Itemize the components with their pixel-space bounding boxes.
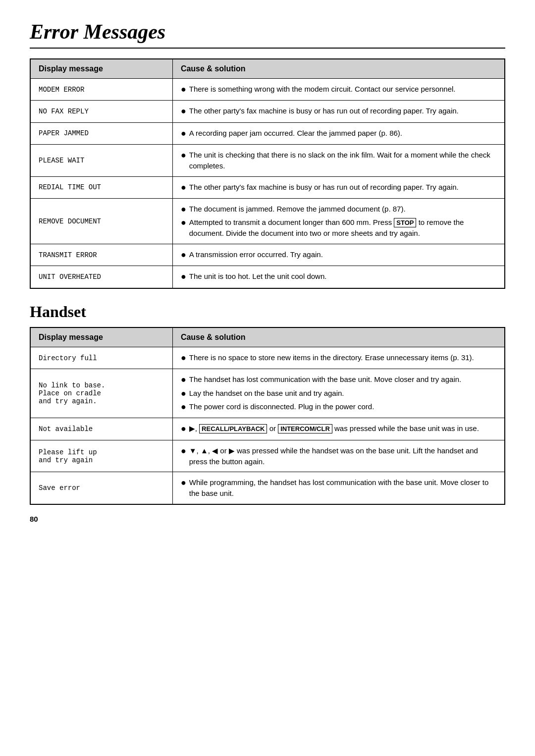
col-display-message: Display message [30,59,172,79]
bullet-text: A recording paper jam occurred. Clear th… [189,128,402,139]
cause-solution-cell: ●The document is jammed. Remove the jamm… [172,199,505,244]
bullet-item: ●The unit is checking that there is no s… [181,150,496,171]
bullet-dot: ● [181,84,186,95]
display-message-cell: REDIAL TIME OUT [30,176,172,198]
bullet-text: Lay the handset on the base unit and try… [189,388,344,399]
handset-col-display-message: Display message [30,327,172,347]
display-message-cell: Save error [30,472,172,504]
cause-solution-cell: ●The other party's fax machine is busy o… [172,101,505,122]
table-row: PAPER JAMMED●A recording paper jam occur… [30,122,505,144]
intercom-clr-key: INTERCOM/CLR [278,424,332,433]
cause-solution-cell: ●There is no space to store new items in… [172,347,505,369]
bullet-text: ▼, ▲, ◀ or ▶ was pressed while the hands… [189,445,496,467]
display-message-cell: Not available [30,418,172,440]
cause-solution-cell: ●The unit is checking that there is no s… [172,145,505,177]
bullet-item: ●A transmission error occurred. Try agai… [181,249,496,261]
bullet-dot: ● [181,106,186,117]
bullet-item: ●There is something wrong with the modem… [181,84,496,95]
cause-solution-cell: ●▶, RECALL/PLAYBACK or INTERCOM/CLR was … [172,418,505,440]
table-row: UNIT OVERHEATED●The unit is too hot. Let… [30,266,505,288]
bullet-text: ▶, RECALL/PLAYBACK or INTERCOM/CLR was p… [189,423,479,434]
bullet-text: The unit is too hot. Let the unit cool d… [189,271,327,282]
display-message-cell: Directory full [30,347,172,369]
recall-playback-key: RECALL/PLAYBACK [199,424,267,433]
col-cause-solution: Cause & solution [172,59,505,79]
bullet-item: ●The unit is too hot. Let the unit cool … [181,271,496,282]
table-row: MODEM ERROR●There is something wrong wit… [30,79,505,101]
bullet-dot: ● [181,477,186,488]
table-row: REMOVE DOCUMENT●The document is jammed. … [30,199,505,244]
bullet-dot: ● [181,374,186,385]
bullet-dot: ● [181,217,186,228]
bullet-dot: ● [181,401,186,413]
cause-solution-cell: ●The handset has lost communication with… [172,369,505,418]
bullet-dot: ● [181,388,186,399]
cause-solution-cell: ●A recording paper jam occurred. Clear t… [172,122,505,144]
title-divider [30,48,505,49]
display-message-cell: REMOVE DOCUMENT [30,199,172,244]
bullet-text: The other party's fax machine is busy or… [189,182,459,193]
table-row: REDIAL TIME OUT●The other party's fax ma… [30,176,505,198]
bullet-dot: ● [181,445,186,457]
bullet-text: The other party's fax machine is busy or… [189,106,459,116]
display-message-cell: NO FAX REPLY [30,101,172,122]
cause-solution-cell: ●The other party's fax machine is busy o… [172,176,505,198]
table-row: PLEASE WAIT●The unit is checking that th… [30,145,505,177]
handset-col-cause-solution: Cause & solution [172,327,505,347]
display-message-cell: PLEASE WAIT [30,145,172,177]
bullet-dot: ● [181,249,186,261]
display-message-cell: TRANSMIT ERROR [30,244,172,266]
display-message-cell: No link to base.Place on cradleand try a… [30,369,172,418]
display-message-cell: MODEM ERROR [30,79,172,101]
bullet-dot: ● [181,128,186,139]
bullet-text: A transmission error occurred. Try again… [189,249,323,260]
bullet-item: ●▶, RECALL/PLAYBACK or INTERCOM/CLR was … [181,423,496,434]
display-message-cell: Please lift upand try again [30,440,172,472]
page-number: 80 [30,515,505,523]
bullet-text: The unit is checking that there is no sl… [189,150,496,171]
table-row: NO FAX REPLY●The other party's fax machi… [30,101,505,122]
bullet-item: ●Lay the handset on the base unit and tr… [181,388,496,399]
bullet-dot: ● [181,271,186,282]
bullet-item: ●The handset has lost communication with… [181,374,496,385]
bullet-text: The document is jammed. Remove the jamme… [189,204,406,215]
bullet-dot: ● [181,150,186,161]
bullet-item: ●The other party's fax machine is busy o… [181,106,496,117]
bullet-item: ●While programming, the handset has lost… [181,477,496,499]
cause-solution-cell: ●▼, ▲, ◀ or ▶ was pressed while the hand… [172,440,505,472]
bullet-dot: ● [181,352,186,364]
table-row: Directory full●There is no space to stor… [30,347,505,369]
bullet-dot: ● [181,204,186,215]
cause-solution-cell: ●A transmission error occurred. Try agai… [172,244,505,266]
table-row: Please lift upand try again●▼, ▲, ◀ or ▶… [30,440,505,472]
bullet-text: While programming, the handset has lost … [189,477,496,499]
display-message-cell: UNIT OVERHEATED [30,266,172,288]
bullet-dot: ● [181,423,186,434]
bullet-item: ●There is no space to store new items in… [181,352,496,364]
cause-solution-cell: ●There is something wrong with the modem… [172,79,505,101]
bullet-text: There is no space to store new items in … [189,352,474,363]
bullet-text: Attempted to transmit a document longer … [189,217,496,239]
cause-solution-cell: ●While programming, the handset has lost… [172,472,505,504]
page-title: Error Messages [30,20,505,44]
table-row: Save error●While programming, the handse… [30,472,505,504]
display-message-cell: PAPER JAMMED [30,122,172,144]
bullet-text: The handset has lost communication with … [189,374,461,385]
handset-section-title: Handset [30,303,505,321]
cause-solution-cell: ●The unit is too hot. Let the unit cool … [172,266,505,288]
table-row: TRANSMIT ERROR●A transmission error occu… [30,244,505,266]
bullet-item: ●The power cord is disconnected. Plug in… [181,401,496,413]
stop-key: STOP [394,218,416,227]
error-messages-table: Display message Cause & solution MODEM E… [30,58,505,289]
bullet-text: The power cord is disconnected. Plug in … [189,401,374,412]
bullet-item: ●The other party's fax machine is busy o… [181,182,496,193]
bullet-item: ●Attempted to transmit a document longer… [181,217,496,239]
bullet-item: ●The document is jammed. Remove the jamm… [181,204,496,215]
bullet-item: ●A recording paper jam occurred. Clear t… [181,128,496,139]
table-row: Not available●▶, RECALL/PLAYBACK or INTE… [30,418,505,440]
bullet-dot: ● [181,182,186,193]
handset-table: Display message Cause & solution Directo… [30,327,505,505]
bullet-text: There is something wrong with the modem … [189,84,456,95]
table-row: No link to base.Place on cradleand try a… [30,369,505,418]
bullet-item: ●▼, ▲, ◀ or ▶ was pressed while the hand… [181,445,496,467]
